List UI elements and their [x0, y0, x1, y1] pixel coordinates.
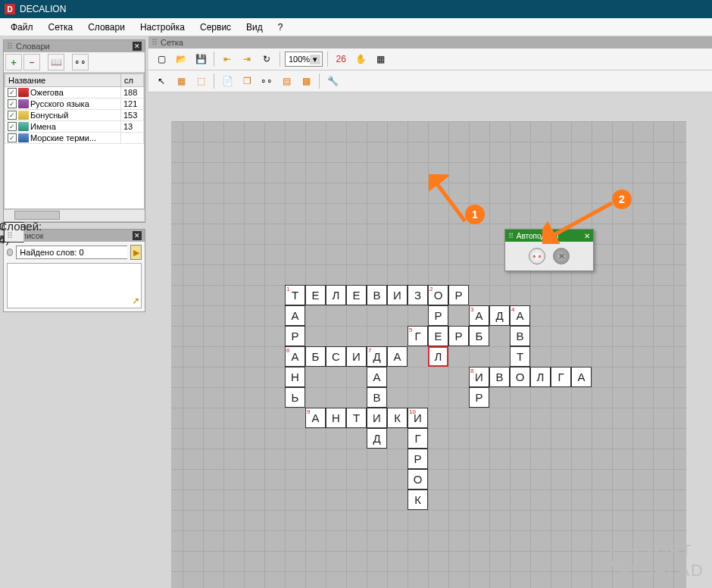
document-icon[interactable]: 📄 — [219, 73, 236, 89]
found-words-input[interactable] — [16, 246, 127, 259]
add-button[interactable]: ＋ — [5, 54, 22, 70]
crossword-cell[interactable]: А — [387, 346, 408, 367]
crossword-cell[interactable]: А4 — [510, 305, 530, 326]
pointer-icon[interactable]: ↗ — [132, 296, 139, 306]
crossword-cell[interactable]: Б — [469, 326, 489, 346]
remove-button[interactable]: － — [23, 54, 40, 70]
nodes-icon[interactable]: ∘∘ — [72, 54, 89, 70]
hand-pan-icon[interactable]: ✋ — [352, 51, 369, 67]
menu-settings[interactable]: Настройка — [133, 20, 192, 35]
crossword-cell[interactable]: Р — [448, 285, 469, 305]
select-area-icon[interactable]: ⬚ — [192, 73, 209, 89]
crossword-cell[interactable]: Р — [408, 449, 428, 469]
crossword-cell[interactable]: Д7 — [367, 346, 387, 367]
crossword-cell[interactable]: К — [387, 408, 408, 428]
col-count[interactable]: сл — [121, 74, 144, 87]
table-row[interactable]: ✓Бонусный153 — [5, 110, 144, 121]
menu-service[interactable]: Сервис — [192, 20, 239, 35]
crossword-cell[interactable]: А3 — [469, 305, 489, 326]
table-row[interactable]: ✓Ожегова188 — [5, 87, 144, 99]
crossword-cell[interactable]: О — [408, 469, 428, 489]
crossword-cell[interactable]: З — [408, 285, 428, 305]
crossword-cell[interactable]: О2 — [428, 285, 448, 305]
crossword-cell[interactable]: С — [326, 346, 346, 367]
autofit-stop-icon[interactable]: ✕ — [553, 248, 570, 264]
open-folder-icon[interactable]: 📂 — [173, 51, 189, 67]
crossword-cell[interactable]: Т1 — [285, 285, 305, 305]
crossword-cell[interactable]: Г — [408, 428, 428, 449]
checkbox-icon[interactable]: ✓ — [8, 122, 17, 131]
crossword-cell[interactable]: И — [346, 346, 367, 367]
col-name[interactable]: Название — [5, 74, 121, 87]
menu-help[interactable]: ? — [270, 20, 291, 35]
table-row[interactable]: ✓Имена13 — [5, 121, 144, 133]
refresh-icon[interactable]: ↻ — [258, 51, 275, 67]
crossword-cell[interactable]: А — [367, 367, 387, 387]
close-icon[interactable]: ✕ — [133, 42, 142, 51]
word-list-area[interactable]: ↗ — [7, 263, 142, 308]
crossword-cell[interactable]: В — [367, 285, 387, 305]
checkbox-icon[interactable]: ✓ — [8, 88, 17, 97]
crossword-cell[interactable]: И8 — [469, 367, 489, 387]
checkbox-icon[interactable]: ✓ — [8, 133, 17, 142]
crossword-cell[interactable]: Д — [367, 428, 387, 449]
crossword-cell[interactable]: А — [285, 305, 305, 326]
cursor-icon[interactable]: ↖ — [153, 73, 170, 89]
menu-dictionaries[interactable]: Словари — [80, 20, 133, 35]
grid-numbering-icon[interactable]: 26 — [333, 51, 349, 67]
grid-small-icon[interactable]: ▦ — [372, 51, 389, 67]
checkbox-icon[interactable]: ✓ — [8, 111, 17, 120]
crossword-cell[interactable]: Г5 — [408, 326, 428, 346]
crossword-cell[interactable]: Е — [428, 326, 448, 346]
export-out-icon[interactable]: ⇥ — [239, 51, 255, 67]
crossword-cell[interactable]: И10 — [408, 408, 428, 428]
crossword-cell[interactable]: Е — [346, 285, 367, 305]
table-row[interactable]: ✓Морские терми... — [5, 133, 144, 144]
crossword-cell[interactable]: Ь — [285, 387, 305, 408]
crossword-cell[interactable]: Н — [285, 367, 305, 387]
crossword-cell[interactable]: Т — [346, 408, 367, 428]
crossword-cell[interactable]: Р — [448, 326, 469, 346]
autofit-run-icon[interactable]: ∘∘ — [529, 248, 545, 264]
crossword-cell[interactable]: Р — [428, 305, 448, 326]
crossword-cell[interactable]: Г — [551, 367, 571, 387]
crossword-cell[interactable]: Д — [489, 305, 510, 326]
wrench-icon[interactable]: 🔧 — [324, 73, 341, 89]
crossword-cell[interactable]: Е — [305, 285, 326, 305]
crossword-cell[interactable]: В — [367, 387, 387, 408]
menu-file[interactable]: Файл — [3, 20, 41, 35]
save-icon[interactable]: 💾 — [192, 51, 209, 67]
crossword-cell[interactable]: А6 — [285, 346, 305, 367]
crossword-cell[interactable]: Л — [326, 285, 346, 305]
crossword-cell[interactable]: Л — [530, 367, 551, 387]
menu-grid[interactable]: Сетка — [41, 20, 81, 35]
crossword-cell[interactable]: Н — [326, 408, 346, 428]
crossword-cell[interactable]: Р — [469, 387, 489, 408]
crossword-cell[interactable]: В — [510, 326, 530, 346]
open-book-icon[interactable]: 📖 — [48, 54, 64, 70]
export-in-icon[interactable]: ⇤ — [219, 51, 236, 67]
table-row[interactable]: ✓Русского языка121 — [5, 99, 144, 110]
menu-view[interactable]: Вид — [239, 20, 270, 35]
layers-icon[interactable]: ❐ — [239, 73, 255, 89]
crossword-cell[interactable]: Т — [510, 346, 530, 367]
hatch-icon[interactable]: ▩ — [298, 73, 314, 89]
play-forward-icon[interactable]: ▶ — [130, 245, 142, 260]
grid-canvas[interactable]: Т1ЕЛЕВИЗО2РАРА3ДА4РГ5ЕРБВА6БСИД7АЛТНАИ8В… — [148, 92, 712, 588]
crossword-cell[interactable]: И — [387, 285, 408, 305]
zoom-combo[interactable]: 100% — [285, 52, 323, 67]
crossword-cell[interactable]: В — [489, 367, 510, 387]
crossword-cell[interactable]: К — [408, 489, 428, 510]
crossword-cell[interactable]: Р — [285, 326, 305, 346]
fill-grid-icon[interactable]: ▦ — [173, 73, 189, 89]
autofit-nodes-icon[interactable]: ∘∘ — [258, 73, 275, 89]
palette-icon[interactable]: ▤ — [278, 73, 295, 89]
crossword-cell[interactable]: Б — [305, 346, 326, 367]
crossword-cell[interactable]: А — [571, 367, 592, 387]
checkbox-icon[interactable]: ✓ — [8, 99, 17, 108]
crossword-cell[interactable]: Л — [428, 346, 448, 367]
crossword-cell[interactable]: И — [367, 408, 387, 428]
crossword-cell[interactable]: О — [510, 367, 530, 387]
crossword-cell[interactable]: А9 — [305, 408, 326, 428]
new-file-icon[interactable]: ▢ — [153, 51, 170, 67]
